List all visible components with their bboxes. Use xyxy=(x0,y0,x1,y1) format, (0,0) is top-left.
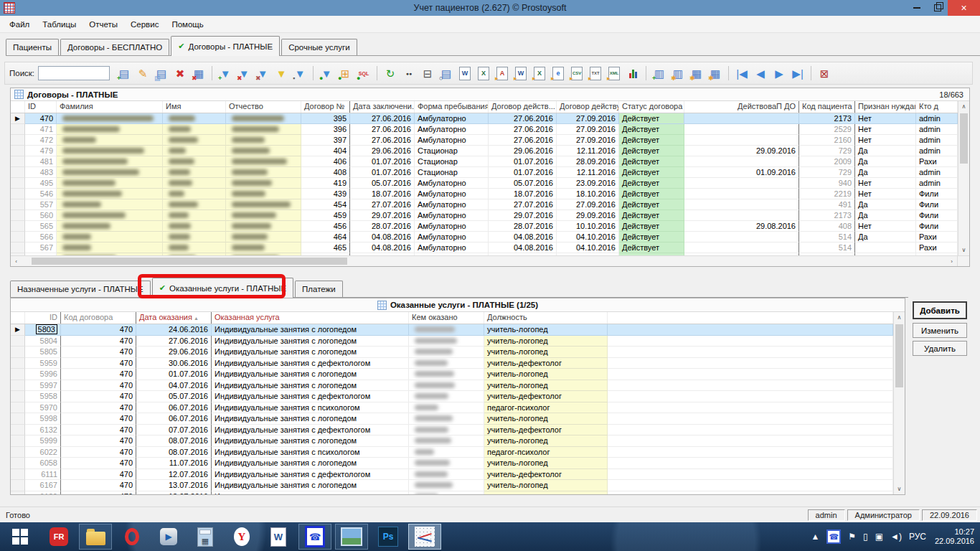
table-row[interactable]: 55745427.07.2016Амбулаторно27.07.201627.… xyxy=(11,199,958,210)
col-header-usluga[interactable]: Оказанная услуга xyxy=(212,312,409,324)
scroll-thumb[interactable] xyxy=(960,113,968,164)
table-row[interactable]: 580447027.06.2016Индивидуальные занятия … xyxy=(11,336,893,347)
delete-button[interactable]: Удалить xyxy=(913,341,967,356)
taskbar-app-icon[interactable] xyxy=(408,524,441,550)
edit-button[interactable]: Изменить xyxy=(913,323,967,338)
col-header-imya[interactable]: Имя xyxy=(163,101,226,113)
table-row[interactable]: 599947008.07.2016Индивидуальные занятия … xyxy=(11,435,893,447)
col-header-until[interactable]: ДействоваП ДО xyxy=(684,101,799,113)
export-word-icon[interactable]: W▸ xyxy=(512,65,529,82)
col-header-end[interactable]: Договор действу... xyxy=(557,101,619,113)
sql-view-icon[interactable]: SQL● xyxy=(355,65,372,82)
edit-record-icon[interactable]: ✎ xyxy=(134,65,151,82)
bottom-tab-1[interactable]: ✔Оказанные услуги - ПЛАТНЫЕ xyxy=(152,278,293,298)
export-acrobat-icon[interactable]: A▸ xyxy=(494,65,511,82)
col-header-patient[interactable]: Код пациента xyxy=(799,101,855,113)
col-header-kem[interactable]: Кем оказано xyxy=(409,312,484,324)
export-csv-icon[interactable]: CSV▸ xyxy=(568,65,585,82)
table-row[interactable]: 599847006.07.2016Индивидуальные занятия … xyxy=(11,413,893,425)
col-header-id[interactable]: ID xyxy=(25,101,57,113)
col-header-who[interactable]: Кто д xyxy=(916,101,958,113)
col-header-form[interactable]: Форма пребывания xyxy=(415,101,489,113)
add-button[interactable]: Добавить xyxy=(913,301,967,319)
table-row[interactable]: 580547029.06.2016Индивидуальные занятия … xyxy=(11,347,893,358)
table-row[interactable]: 612047013.07.2016Индивидуальные занятия … xyxy=(11,491,893,495)
table-row[interactable]: 54643918.07.2016Амбулаторно18.07.201618.… xyxy=(11,189,958,199)
col-header-otch[interactable]: Отчество xyxy=(226,101,301,113)
taskbar-phone-icon[interactable]: ☎ xyxy=(298,524,331,550)
menu-item-0[interactable]: Файл xyxy=(3,18,36,31)
menu-item-2[interactable]: Отчеты xyxy=(83,18,124,31)
table-row[interactable]: 47239727.06.2016Амбулаторно27.06.201627.… xyxy=(11,135,958,146)
taskbar-yandex-icon[interactable]: Y xyxy=(225,524,258,550)
main-vertical-scrollbar[interactable]: ∧ ∨ xyxy=(958,101,969,255)
table-row[interactable]: 595847005.07.2016Индивидуальные занятия … xyxy=(11,391,893,402)
nav-next-icon[interactable]: ▶ xyxy=(771,65,788,82)
clock[interactable]: 10:27 22.09.2016 xyxy=(935,527,974,546)
grid-settings-alt-icon[interactable]: ▦✱ xyxy=(707,65,724,82)
col-header-fam[interactable]: Фамилия xyxy=(57,101,163,113)
col-header-status[interactable]: Статус договора▲ xyxy=(619,101,684,113)
nav-first-icon[interactable]: |◀ xyxy=(733,65,750,82)
table-row[interactable]: 56545628.07.2016Амбулаторно28.07.201610.… xyxy=(11,221,958,232)
filter-view-icon[interactable]: ▼● xyxy=(318,65,335,82)
add-record-icon[interactable]: ▤+ xyxy=(116,65,133,82)
table-row[interactable]: 611147012.07.2016Индивидуальные занятия … xyxy=(11,469,893,481)
tray-battery-icon[interactable]: ▯ xyxy=(863,532,868,542)
table-row[interactable]: 602247008.07.2016Индивидуальные занятия … xyxy=(11,447,893,458)
scroll-down-icon[interactable]: ∨ xyxy=(894,484,905,494)
table-row[interactable]: 56746504.08.2016Амбулаторно04.08.201604.… xyxy=(11,242,958,253)
tray-phone-icon[interactable]: ☎ xyxy=(826,529,841,544)
exit-icon[interactable]: ⊠ xyxy=(816,65,833,82)
col-header-date1[interactable]: Дата заключени... xyxy=(350,101,415,113)
table-row[interactable]: 56045929.07.2016Амбулаторно29.07.201629.… xyxy=(11,210,958,221)
nav-last-icon[interactable]: ▶| xyxy=(789,65,806,82)
taskbar-photoshop-icon[interactable]: Ps xyxy=(372,524,405,550)
col-header-data[interactable]: Дата оказания▲ xyxy=(136,312,212,324)
export-txt-icon[interactable]: TXT▸ xyxy=(587,65,604,82)
export-xml-icon[interactable]: XML▸ xyxy=(606,65,623,82)
taskbar-calculator-icon[interactable]: ▦ xyxy=(189,524,222,550)
grid-settings-icon[interactable]: ▦✱ xyxy=(688,65,705,82)
table-row[interactable]: 49541905.07.2016Амбулаторно05.07.201623.… xyxy=(11,178,958,189)
taskbar-explorer-icon[interactable] xyxy=(79,524,112,550)
bottom-tab-2[interactable]: Платежи xyxy=(295,281,343,297)
add-row-icon[interactable]: ▥+ xyxy=(651,65,668,82)
delete-table-icon[interactable]: ▦✖ xyxy=(190,65,207,82)
table-row[interactable]: 56646404.08.2016Амбулаторно04.08.201604.… xyxy=(11,232,958,242)
language-indicator[interactable]: РУС xyxy=(909,532,926,542)
table-row[interactable]: 47940429.06.2016Стационар29.06.201612.11… xyxy=(11,146,958,156)
tray-expand-icon[interactable]: ▲ xyxy=(811,532,819,542)
excel-icon[interactable]: X xyxy=(475,65,492,82)
tab-1[interactable]: Договоры - БЕСПЛАТНО xyxy=(60,39,169,55)
filter-delete-icon[interactable]: ▼✖ xyxy=(235,65,253,82)
export-html-icon[interactable]: e▸ xyxy=(550,65,567,82)
preview-icon[interactable]: ▤○ xyxy=(438,65,455,82)
word-icon[interactable]: W xyxy=(456,65,473,82)
tab-0[interactable]: Пациенты xyxy=(6,39,59,55)
export-excel-icon[interactable]: X▸ xyxy=(531,65,548,82)
col-header-dognum[interactable]: Договор № xyxy=(301,101,350,113)
taskbar-fr-icon[interactable]: FR xyxy=(42,524,75,550)
refresh-icon[interactable]: ↻ xyxy=(382,65,399,82)
col-header-kod[interactable]: Код договора xyxy=(61,312,136,324)
scroll-thumb[interactable] xyxy=(32,258,347,265)
col-header-dolz[interactable]: Должность xyxy=(484,312,608,324)
main-horizontal-scrollbar[interactable]: ‹ › xyxy=(11,255,969,266)
taskbar-word-icon[interactable]: W xyxy=(262,524,295,550)
nav-prev-icon[interactable]: ◀ xyxy=(752,65,769,82)
scroll-up-icon[interactable]: ∧ xyxy=(894,312,905,323)
delete-record-icon[interactable]: ✖ xyxy=(171,65,189,82)
table-row[interactable]: 616747013.07.2016Индивидуальные занятия … xyxy=(11,480,893,491)
scroll-down-icon[interactable]: ∨ xyxy=(958,245,969,255)
taskbar-photos-icon[interactable] xyxy=(335,524,368,550)
table-row[interactable]: 48140601.07.2016Стационар01.07.201628.09… xyxy=(11,156,958,167)
menu-item-4[interactable]: Помощь xyxy=(165,18,209,31)
scroll-right-icon[interactable]: › xyxy=(946,256,957,266)
tray-network-icon[interactable]: ▣ xyxy=(875,532,883,542)
start-button[interactable] xyxy=(1,524,39,550)
table-row[interactable]: 595947030.06.2016Индивидуальные занятия … xyxy=(11,358,893,369)
find-icon[interactable]: ●● xyxy=(400,65,418,82)
restore-button[interactable] xyxy=(927,0,948,16)
table-row[interactable]: 47139627.06.2016Амбулаторно27.06.201627.… xyxy=(11,124,958,135)
